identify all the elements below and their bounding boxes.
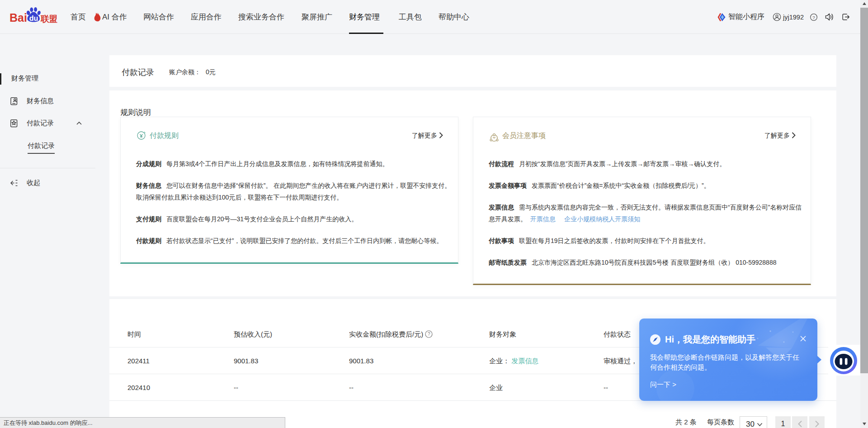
- svg-text:?: ?: [812, 14, 815, 19]
- svg-text:du: du: [29, 14, 38, 22]
- svg-text:联盟: 联盟: [40, 14, 58, 24]
- svg-text:?: ?: [428, 332, 430, 337]
- svg-text:Bai: Bai: [9, 11, 27, 24]
